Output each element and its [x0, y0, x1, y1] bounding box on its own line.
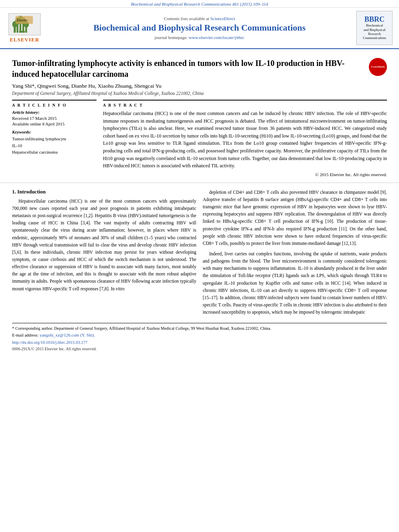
sciencedirect-link[interactable]: ScienceDirect — [210, 16, 235, 21]
elsevier-logo: Elsevier ELSEVIER — [6, 13, 43, 43]
article-title-row: Tumor-infiltrating lymphocyte activity i… — [12, 58, 387, 80]
corresponding-note: * Corresponding author. Department of Ge… — [12, 325, 387, 332]
body-content: 1. Introduction Hepatocellular carcinoma… — [0, 189, 399, 319]
journal-name: Biochemical and Biophysical Research Com… — [47, 23, 352, 33]
article-info-col: A R T I C L E I N F O Article history: R… — [12, 100, 97, 177]
journal-title-center: Contents lists available at ScienceDirec… — [43, 16, 356, 39]
intro-heading: 1. Introduction — [12, 189, 196, 195]
svg-rect-10 — [19, 31, 25, 33]
doi-line[interactable]: http://dx.doi.org/10.1016/j.bbrc.2015.03… — [12, 339, 387, 346]
intro-para1: Hepatocellular carcinoma (HCC) is one of… — [12, 197, 196, 292]
homepage-line: journal homepage: www.elsevier.com/locat… — [47, 35, 352, 40]
section-divider — [0, 183, 399, 183]
crossmark-label: CrossMark — [371, 65, 385, 68]
homepage-url[interactable]: www.elsevier.com/locate/ybbrc — [189, 35, 245, 40]
keyword-3: Hepatocellular carcinoma — [12, 149, 97, 156]
abstract-text: Hepatocellular carcinoma (HCC) is one of… — [103, 110, 387, 170]
article-info-abstract: A R T I C L E I N F O Article history: R… — [12, 100, 387, 177]
authors-line: Yang Shi*, Qingwei Song, Dianhe Hu, Xiao… — [12, 83, 387, 89]
copyright-line: © 2015 Elsevier Inc. All rights reserved… — [103, 172, 387, 177]
top-header: Elsevier ELSEVIER Contents lists availab… — [0, 8, 399, 49]
bbrc-subtitle: Biochemicaland BiophysicalResearchCommun… — [363, 24, 386, 41]
elsevier-logo-image: Elsevier — [8, 13, 41, 35]
crossmark-badge[interactable]: CrossMark — [369, 58, 387, 76]
email-line: E-mail address: yangshi_xz@126.com (Y. S… — [12, 332, 387, 339]
bbrc-letters: BBRC — [364, 15, 385, 24]
article-main: Tumor-infiltrating lymphocyte activity i… — [0, 49, 399, 177]
footnote-area: * Corresponding author. Department of Ge… — [12, 323, 387, 351]
email-label: E-mail address: — [12, 333, 39, 337]
abstract-col: A B S T R A C T Hepatocellular carcinoma… — [103, 100, 387, 177]
article-info-label: A R T I C L E I N F O — [12, 103, 97, 107]
keyword-1: Tumor-infiltrating lymphocyte — [12, 136, 97, 142]
body-right-col: depletion of CD4+ and CD8+ T cells also … — [203, 189, 387, 319]
svg-text:Elsevier: Elsevier — [16, 18, 28, 22]
journal-header: Biochemical and Biophysical Research Com… — [0, 0, 399, 8]
body-left-col: 1. Introduction Hepatocellular carcinoma… — [12, 189, 196, 319]
intro-para2: depletion of CD4+ and CD8+ T cells also … — [203, 189, 387, 316]
elsevier-text: ELSEVIER — [10, 37, 39, 43]
abstract-label: A B S T R A C T — [103, 103, 387, 107]
available-online-date: Available online 8 April 2015 — [12, 121, 97, 126]
contents-label: Contents lists available at ScienceDirec… — [47, 16, 352, 21]
issn-line: 0006-291X/© 2015 Elsevier Inc. All right… — [12, 346, 387, 352]
received-date: Received 17 March 2015 — [12, 116, 97, 121]
history-label: Article history: — [12, 110, 97, 115]
keywords-label: Keywords: — [12, 129, 97, 134]
svg-rect-9 — [25, 25, 27, 33]
keyword-2: IL-10 — [12, 142, 97, 149]
email-address[interactable]: yangshi_xz@126.com (Y. Shi). — [39, 333, 95, 337]
keywords-list: Tumor-infiltrating lymphocyte IL-10 Hepa… — [12, 136, 97, 156]
article-title-text: Tumor-infiltrating lymphocyte activity i… — [12, 58, 365, 80]
bbrc-logo: BBRC Biochemicaland BiophysicalResearchC… — [356, 11, 393, 45]
affiliation-line: Department of General Surgery, Affiliate… — [12, 91, 387, 96]
